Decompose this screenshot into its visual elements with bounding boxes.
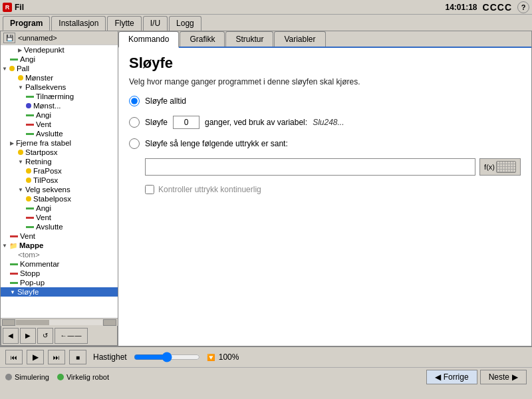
tree-item-popup[interactable]: Pop-up xyxy=(1,278,118,287)
speed-label: Hastighet xyxy=(93,352,127,362)
tree-item-vendepunkt[interactable]: ▶ Vendepunkt xyxy=(1,45,118,55)
help-button[interactable]: ? xyxy=(517,1,529,13)
tree-item-startposx[interactable]: Startposx xyxy=(1,148,118,157)
radio-option-while: Sløyfe så lenge følgende uttrykk er sant… xyxy=(129,138,521,194)
forward-button[interactable]: ▶ xyxy=(20,328,36,344)
tree-item-angi-3[interactable]: Angi xyxy=(1,203,118,213)
scroll-left-btn[interactable] xyxy=(2,319,15,326)
radio-always-label: Sløyfe alltid xyxy=(145,96,186,106)
content-area: 💾 <unnamed> ▶ Vendepunkt Angi ▼ Pall xyxy=(0,31,532,346)
radio-times-suffix: ganger, ved bruk av variabel: xyxy=(205,118,307,127)
back-arrow-icon: ◀ xyxy=(435,372,441,382)
tree-item-sloyfe[interactable]: ▼ Sløyfe xyxy=(1,287,118,297)
horizontal-scrollbar[interactable] xyxy=(1,318,118,326)
scroll-track[interactable] xyxy=(16,320,102,325)
tree-item-velg[interactable]: ▼ Velg sekvens xyxy=(1,185,118,194)
left-toolbar: ◀ ▶ ↺ ←—— xyxy=(1,326,118,346)
right-panel: Kommando Grafikk Struktur Variabler Sløy… xyxy=(118,31,532,346)
back-nav-button[interactable]: ◀ Forrige xyxy=(426,370,477,384)
right-content: Sløyfe Velg hvor mange ganger programmet… xyxy=(118,48,531,346)
tree-item-pallsekvens[interactable]: ▼ Pallsekvens xyxy=(1,82,118,92)
tree-item-vent-2[interactable]: Vent xyxy=(1,213,118,222)
keyboard-icon xyxy=(496,161,516,173)
tree-item-tilnaerming[interactable]: Tilnærming xyxy=(1,92,118,101)
titlebar: R Fil 14:01:18 CCCC ? xyxy=(0,0,532,15)
radio-while[interactable] xyxy=(129,138,140,149)
kontroller-label: Kontroller uttrykk kontinuerlig xyxy=(158,185,261,194)
tab-flytte[interactable]: Flytte xyxy=(107,16,141,31)
tab-program[interactable]: Program xyxy=(3,16,50,31)
tree-item-vent-1[interactable]: Vent xyxy=(1,120,118,129)
speed-slider[interactable] xyxy=(134,352,200,362)
radio-times[interactable] xyxy=(129,117,140,128)
tree-item-avslutte-1[interactable]: Avslutte xyxy=(1,129,118,138)
next-nav-button[interactable]: Neste ▶ xyxy=(480,370,527,384)
cccc-status: CCCC xyxy=(483,2,512,13)
prev-button[interactable]: ⏮ xyxy=(5,350,23,364)
next-arrow-icon: ▶ xyxy=(512,372,518,382)
tree-header: 💾 <unnamed> xyxy=(1,31,118,45)
fx-label: f(x) xyxy=(484,163,495,171)
tab-logg[interactable]: Logg xyxy=(169,16,201,31)
tree-item-monst[interactable]: Mønst... xyxy=(1,101,118,110)
times-input[interactable] xyxy=(173,116,200,129)
speed-percent: 100% xyxy=(219,352,239,362)
tree-item-pall[interactable]: ▼ Pall xyxy=(1,64,118,73)
tab-installasjon[interactable]: Installasjon xyxy=(51,16,106,31)
back-button[interactable]: ◀ xyxy=(3,328,19,344)
arrow-button[interactable]: ←—— xyxy=(55,328,88,344)
reload-button[interactable]: ↺ xyxy=(37,328,53,344)
tree-item-monster[interactable]: Mønster xyxy=(1,73,118,82)
tree-item-tom[interactable]: <tom> xyxy=(1,250,118,259)
clock: 14:01:18 xyxy=(446,3,477,12)
tree-item-kommentar[interactable]: Kommentar xyxy=(1,259,118,269)
scroll-thumb[interactable] xyxy=(16,320,49,325)
play-button[interactable]: ▶ xyxy=(27,350,44,364)
robot-dot xyxy=(57,374,64,380)
checkbox-row: Kontroller uttrykk kontinuerlig xyxy=(129,185,261,194)
robot-status: Virkelig robot xyxy=(57,373,109,381)
tree-item-mappe[interactable]: ▼ 📁 Mappe xyxy=(1,241,118,250)
expression-row: f(x) xyxy=(129,158,521,176)
tree-item-fraposx[interactable]: FraPosx xyxy=(1,166,118,176)
titlebar-right: 14:01:18 CCCC ? xyxy=(446,1,530,13)
stop-button[interactable]: ■ xyxy=(69,350,86,364)
robot-label: Virkelig robot xyxy=(66,373,109,381)
tree-item-tilposx[interactable]: TilPosx xyxy=(1,176,118,185)
tab-struktur[interactable]: Struktur xyxy=(225,31,273,47)
nav-row: Simulering Virkelig robot ◀ Forrige Nest… xyxy=(0,368,532,386)
tab-grafikk[interactable]: Grafikk xyxy=(180,31,225,47)
tree-item-vent-3[interactable]: Vent xyxy=(1,231,118,241)
tree-item-angi-1[interactable]: Angi xyxy=(1,55,118,64)
fx-button[interactable]: f(x) xyxy=(479,158,521,176)
radio-option-always: Sløyfe alltid xyxy=(129,96,521,106)
tree-item-angi-2[interactable]: Angi xyxy=(1,110,118,120)
save-icon[interactable]: 💾 xyxy=(3,33,15,43)
radio-option-times: Sløyfe ganger, ved bruk av variabel: Slu… xyxy=(129,116,521,129)
bottom-bar: ⏮ ▶ ⏭ ■ Hastighet 🔽 100% Simulering Virk… xyxy=(0,346,532,381)
tree-container[interactable]: ▶ Vendepunkt Angi ▼ Pall Mønster xyxy=(1,45,118,318)
tree-item-retning[interactable]: ▼ Retning xyxy=(1,157,118,166)
section-description: Velg hvor mange ganger programmet i denn… xyxy=(129,77,521,86)
tab-kommando[interactable]: Kommando xyxy=(118,31,179,48)
tree-item-stopp[interactable]: Stopp xyxy=(1,269,118,278)
tab-variabler[interactable]: Variabler xyxy=(274,31,325,47)
simulation-status: Simulering xyxy=(5,373,49,381)
app-icon: R xyxy=(3,3,12,12)
expression-input[interactable] xyxy=(145,158,475,176)
back-nav-label: Forrige xyxy=(444,372,469,382)
next-button[interactable]: ⏭ xyxy=(48,350,65,364)
app-title: Fil xyxy=(15,3,24,12)
simulation-dot xyxy=(5,374,12,380)
next-nav-label: Neste xyxy=(489,372,509,382)
tab-iu[interactable]: I/U xyxy=(143,16,168,31)
kontroller-checkbox[interactable] xyxy=(145,185,154,194)
scroll-right-btn[interactable] xyxy=(103,319,116,326)
tree-item-avslutte-2[interactable]: Avslutte xyxy=(1,222,118,231)
tree-item-fjerne[interactable]: ▶ Fjerne fra stabel xyxy=(1,138,118,148)
tree-item-stabelposx[interactable]: Stabelposx xyxy=(1,194,118,203)
radio-always[interactable] xyxy=(129,96,140,106)
sub-tabs: Kommando Grafikk Struktur Variabler xyxy=(118,31,531,48)
left-panel: 💾 <unnamed> ▶ Vendepunkt Angi ▼ Pall xyxy=(0,31,118,346)
titlebar-left: R Fil xyxy=(3,3,24,12)
